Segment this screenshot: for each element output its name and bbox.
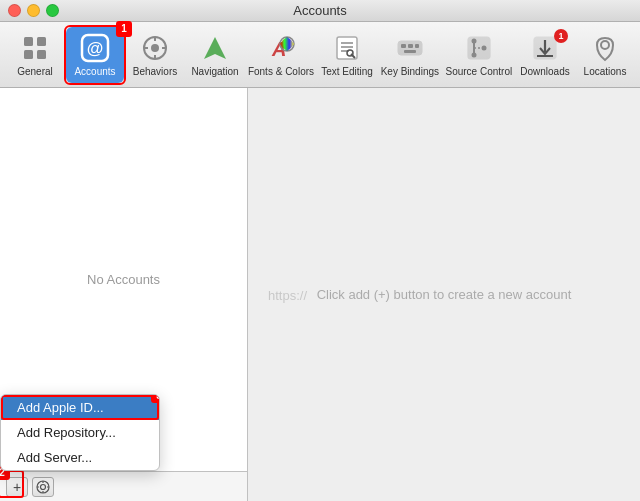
settings-button[interactable] (32, 477, 54, 497)
toolbar: General 1 @ Accounts Behaviors (0, 22, 640, 88)
left-panel: No Accounts 2 + (0, 88, 248, 501)
svg-rect-25 (404, 50, 416, 53)
gear-icon (36, 480, 50, 494)
svg-point-36 (41, 484, 46, 489)
toolbar-item-navigation[interactable]: Navigation (186, 27, 244, 83)
traffic-lights (8, 4, 59, 17)
menu-item-add-repository[interactable]: Add Repository... (1, 420, 159, 445)
svg-marker-12 (204, 37, 226, 59)
toolbar-item-fonts-colors[interactable]: A Fonts & Colors (246, 27, 316, 83)
accounts-label: Accounts (74, 66, 115, 77)
key-bindings-icon (394, 32, 426, 64)
toolbar-item-key-bindings[interactable]: Key Bindings (378, 27, 442, 83)
accounts-icon: @ (79, 32, 111, 64)
navigation-icon (199, 32, 231, 64)
general-label: General (17, 66, 53, 77)
downloads-badge: 1 (554, 29, 568, 43)
toolbar-item-accounts[interactable]: 1 @ Accounts (66, 27, 124, 83)
dropdown-menu: 3 Add Apple ID... Add Repository... Add … (0, 394, 160, 471)
right-panel: https:// Click add (+) button to create … (248, 88, 640, 501)
svg-point-31 (481, 46, 486, 51)
navigation-label: Navigation (191, 66, 238, 77)
url-watermark: https:// (268, 287, 307, 302)
svg-rect-2 (24, 50, 33, 59)
svg-text:@: @ (87, 39, 104, 58)
svg-point-35 (601, 41, 609, 49)
text-editing-icon (331, 32, 363, 64)
fonts-colors-icon: A (265, 32, 297, 64)
text-editing-label: Text Editing (321, 66, 373, 77)
add-icon: + (13, 479, 21, 495)
toolbar-item-locations[interactable]: Locations (576, 27, 634, 83)
svg-rect-1 (37, 37, 46, 46)
key-bindings-label: Key Bindings (381, 66, 439, 77)
svg-rect-0 (24, 37, 33, 46)
title-bar: Accounts (0, 0, 640, 22)
svg-rect-24 (415, 44, 419, 48)
toolbar-item-source-control[interactable]: Source Control (444, 27, 514, 83)
maximize-button[interactable] (46, 4, 59, 17)
svg-rect-23 (408, 44, 413, 48)
main-content: No Accounts 2 + (0, 88, 640, 501)
toolbar-item-general[interactable]: General (6, 27, 64, 83)
left-panel-bottom: 2 + 3 Add Appl (0, 471, 247, 501)
menu-item-add-apple-id[interactable]: 3 Add Apple ID... (1, 395, 159, 420)
source-control-label: Source Control (445, 66, 512, 77)
no-accounts-text: No Accounts (87, 272, 160, 287)
menu-item-add-server[interactable]: Add Server... (1, 445, 159, 470)
svg-point-7 (151, 44, 159, 52)
toolbar-item-downloads[interactable]: 1 Downloads (516, 27, 574, 83)
add-account-button[interactable]: + (6, 477, 28, 497)
svg-rect-3 (37, 50, 46, 59)
placeholder-text: Click add (+) button to create a new acc… (317, 287, 572, 302)
svg-point-28 (471, 39, 476, 44)
source-control-icon (463, 32, 495, 64)
behaviors-label: Behaviors (133, 66, 177, 77)
locations-icon (589, 32, 621, 64)
svg-rect-22 (401, 44, 406, 48)
minimize-button[interactable] (27, 4, 40, 17)
window-title: Accounts (293, 3, 346, 18)
toolbar-item-text-editing[interactable]: Text Editing (318, 27, 376, 83)
svg-point-29 (471, 53, 476, 58)
toolbar-item-behaviors[interactable]: Behaviors (126, 27, 184, 83)
fonts-colors-label: Fonts & Colors (248, 66, 314, 77)
general-icon (19, 32, 51, 64)
close-button[interactable] (8, 4, 21, 17)
behaviors-icon (139, 32, 171, 64)
locations-label: Locations (584, 66, 627, 77)
downloads-label: Downloads (520, 66, 569, 77)
